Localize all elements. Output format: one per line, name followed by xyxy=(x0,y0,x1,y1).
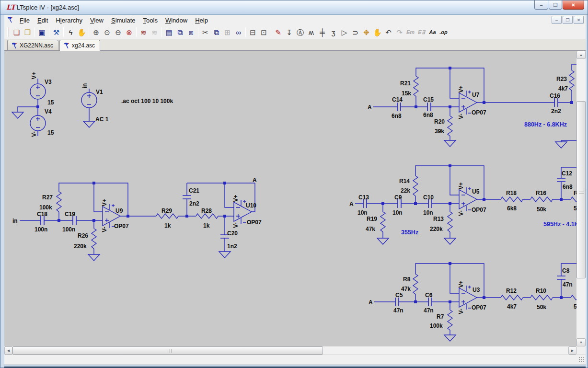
restore-button[interactable]: ❐ xyxy=(549,0,562,10)
toolbar-tile-vertical-button[interactable]: ⧉ xyxy=(174,26,185,38)
schematic-label-u9-vplus: V+ xyxy=(101,199,108,206)
toolbar-copy-button[interactable]: ⧉ xyxy=(211,26,222,38)
toolbar-zoom-back-button[interactable]: ⊙ xyxy=(102,26,113,38)
toolbar-draw-wire-button[interactable]: ✎ xyxy=(273,26,284,38)
toolbar-place-capacitor-button[interactable]: ╪ xyxy=(317,26,328,38)
toolbar-plot-settings-button[interactable]: ≋ xyxy=(149,26,160,38)
toolbar-separator xyxy=(35,27,35,37)
schematic-canvas[interactable]: V+V315V415V-inV1AC 1.ac oct 100 10 100ki… xyxy=(4,51,576,346)
schematic-file-icon xyxy=(11,42,17,49)
toolbar-spice-directive-button[interactable]: .op xyxy=(438,26,449,38)
schematic-label-r18-ref: R18 xyxy=(506,190,517,196)
toolbar: ❏❒▣⚒ϟ✋⊕⊙⊖⊗≋≋▤⧉⧈✂⧉⊞∞⊟⊡✎↧Ⓐʍ╪ʒ▷⊃✥✋↶↷EmE∃Aa.… xyxy=(4,25,586,39)
schematic-label-r14-ref: R14 xyxy=(399,178,410,184)
schematic-label-r18-value: 6k8 xyxy=(507,205,517,212)
close-button[interactable]: ✕ xyxy=(563,0,584,10)
resize-grip[interactable] xyxy=(578,356,585,363)
toolbar-place-resistor-button[interactable]: ʍ xyxy=(306,26,317,38)
toolbar-zoom-in-button[interactable]: ⊕ xyxy=(91,26,102,38)
toolbar-place-component-button[interactable]: ⊃ xyxy=(350,26,361,38)
toolbar-zoom-out-button[interactable]: ⊖ xyxy=(113,26,124,38)
schematic-label-r19-value: 47k xyxy=(366,226,375,232)
toolbar-halt-simulation-button[interactable]: ✋ xyxy=(76,26,87,38)
minimize-button[interactable]: – xyxy=(534,0,548,10)
toolbar-place-diode-button[interactable]: ▷ xyxy=(339,26,350,38)
schematic-label-c16-ref: C16 xyxy=(550,92,560,99)
toolbar-control-panel-button[interactable]: ⚒ xyxy=(51,26,62,38)
toolbar-new-schematic-button[interactable]: ❏ xyxy=(11,26,22,38)
toolbar-tile-horizontal-button[interactable]: ▤ xyxy=(163,26,174,38)
schematic-svg[interactable]: V+V315V415V-inV1AC 1.ac oct 100 10 100ki… xyxy=(4,51,576,346)
schematic-label-u10-value: OP07 xyxy=(247,219,262,226)
toolbar-rotate-button[interactable]: E∃ xyxy=(416,26,427,38)
toolbar-print-button[interactable]: ⊟ xyxy=(247,26,258,38)
toolbar-text-button[interactable]: Aa xyxy=(427,26,438,38)
menu-item-view[interactable]: View xyxy=(86,16,107,25)
toolbar-paste-button[interactable]: ⊞ xyxy=(222,26,233,38)
menu-item-simulate[interactable]: Simulate xyxy=(107,16,139,25)
toolbar-label-net-button[interactable]: Ⓐ xyxy=(295,26,306,38)
menu-item-help[interactable]: Help xyxy=(191,16,212,25)
schematic-label-u5-vplus: V+ xyxy=(458,182,464,189)
toolbar-undo-button[interactable]: ↶ xyxy=(383,26,394,38)
scroll-up-button[interactable]: ▲ xyxy=(576,51,586,59)
menu-bar-items: FileEditHierarchyViewSimulateToolsWindow… xyxy=(16,16,212,25)
toolbar-redo-button[interactable]: ↷ xyxy=(394,26,405,38)
toolbar-move-button[interactable]: ✥ xyxy=(361,26,372,38)
schematic-label-r21-ref: R21 xyxy=(400,80,411,87)
schematic-label-r23-ref: R23 xyxy=(556,76,567,82)
toolbar-zoom-full-extents-button[interactable]: ⊗ xyxy=(124,26,135,38)
toolbar-place-inductor-button[interactable]: ʒ xyxy=(328,26,339,38)
schematic-label-c20-value: 1n2 xyxy=(227,243,237,250)
toolbar-run-simulation-button[interactable]: ϟ xyxy=(65,26,76,38)
menu-item-tools[interactable]: Tools xyxy=(139,16,161,25)
scroll-down-button[interactable]: ▼ xyxy=(576,338,586,346)
schematic-label-c12-value: 6n8 xyxy=(563,184,573,190)
schematic-label-u7-ref: U7 xyxy=(472,92,480,98)
schematic-label-r7-value: 100k xyxy=(430,322,443,329)
toolbar-mirror-button[interactable]: Em xyxy=(405,26,416,38)
vertical-scrollbar[interactable]: ▲ ▼ xyxy=(576,51,586,346)
schematic-label-u10-vminus: V- xyxy=(232,222,239,228)
schematic-label-v3-value: 15 xyxy=(47,99,54,106)
ltspice-logo-icon: LT xyxy=(6,3,15,11)
toolbar-grip xyxy=(7,27,9,37)
schematic-label-c20-ref: C20 xyxy=(227,230,238,237)
toolbar-autorange-y-axis-button[interactable]: ≋ xyxy=(138,26,149,38)
toolbar-place-ground-button[interactable]: ↧ xyxy=(284,26,295,38)
horizontal-scroll-thumb[interactable] xyxy=(12,346,323,355)
title-bar[interactable]: LT LTspice IV - [xg24.asc] – ❐ ✕ xyxy=(0,0,588,15)
tab-xg22nn[interactable]: XG22NN.asc xyxy=(7,40,58,50)
window-border-left xyxy=(0,15,4,368)
mdi-restore-button[interactable]: ❐ xyxy=(563,16,573,24)
menu-item-hierarchy[interactable]: Hierarchy xyxy=(52,16,86,25)
mdi-close-button[interactable]: ✕ xyxy=(574,16,584,24)
schematic-label-u3-vminus: V- xyxy=(458,309,464,314)
tab-label: xg24.asc xyxy=(72,42,95,49)
menu-item-window[interactable]: Window xyxy=(161,16,191,25)
menu-item-file[interactable]: File xyxy=(16,16,34,25)
toolbar-separator xyxy=(63,27,64,37)
schematic-window-icon[interactable] xyxy=(6,16,16,24)
tab-xg24[interactable]: xg24.asc xyxy=(59,40,100,51)
toolbar-cascade-windows-button[interactable]: ⧈ xyxy=(185,26,196,38)
schematic-label-r12-value: 4k7 xyxy=(507,303,517,310)
horizontal-scrollbar[interactable]: ◀ ▶ xyxy=(4,346,576,355)
vertical-scroll-thumb[interactable] xyxy=(576,101,586,278)
mdi-minimize-button[interactable]: – xyxy=(552,16,562,24)
toolbar-find-button[interactable]: ∞ xyxy=(233,26,244,38)
schematic-label-vplus-rail: V+ xyxy=(31,72,37,79)
tab-bar: XG22NN.asc xg24.asc xyxy=(4,39,586,51)
schematic-junctions xyxy=(36,67,573,303)
toolbar-print-preview-button[interactable]: ⊡ xyxy=(258,26,269,38)
toolbar-cut-button[interactable]: ✂ xyxy=(200,26,211,38)
toolbar-open-file-button[interactable]: ❒ xyxy=(22,26,33,38)
schematic-label-u10-ref: U10 xyxy=(246,202,256,209)
scroll-right-button[interactable]: ▶ xyxy=(568,346,576,355)
scrollbar-corner xyxy=(576,346,586,355)
menu-item-edit[interactable]: Edit xyxy=(34,16,52,25)
toolbar-save-file-button[interactable]: ▣ xyxy=(36,26,47,38)
schematic-label-c13-value: 10n xyxy=(357,209,368,216)
scroll-left-button[interactable]: ◀ xyxy=(4,346,12,355)
toolbar-drag-button[interactable]: ✋ xyxy=(372,26,383,38)
